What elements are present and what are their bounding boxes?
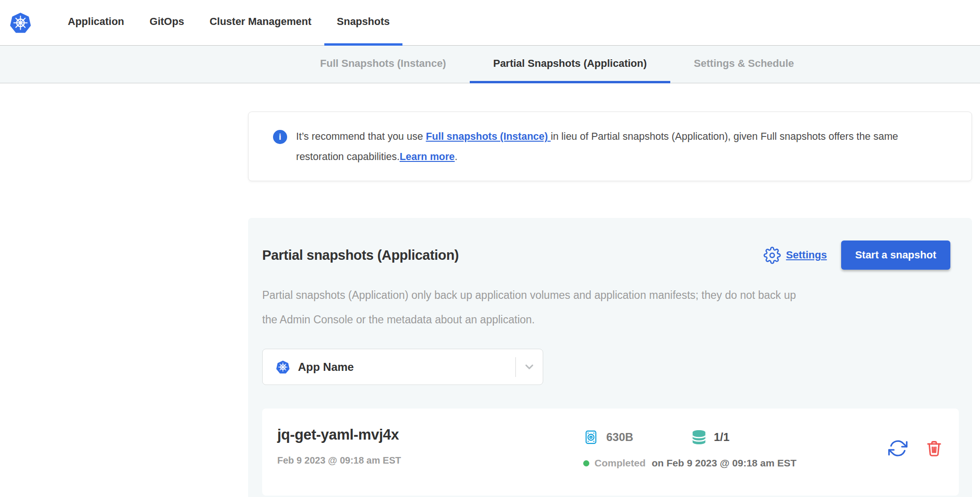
start-snapshot-button[interactable]: Start a snapshot <box>841 240 950 270</box>
restore-icon[interactable] <box>888 439 908 458</box>
admin-console-page: Application GitOps Cluster Management Sn… <box>0 0 980 497</box>
panel-description-line2: the Admin Console or the metadata about … <box>262 307 959 332</box>
chevron-down-icon[interactable] <box>516 349 543 385</box>
app-name-value: App Name <box>298 361 515 374</box>
disk-size-icon <box>583 428 600 447</box>
app-kubernetes-icon <box>276 360 290 374</box>
snapshot-finished-timestamp: on Feb 9 2023 @ 09:18 am EST <box>652 457 797 469</box>
gear-icon[interactable] <box>763 247 781 264</box>
learn-more-link[interactable]: Learn more <box>400 151 455 162</box>
full-snapshots-instance-link[interactable]: Full snapshots (Instance) <box>426 131 551 142</box>
nav-tab-cluster-management[interactable]: Cluster Management <box>197 0 324 46</box>
top-nav: Application GitOps Cluster Management Sn… <box>0 0 980 46</box>
panel-actions: Settings Start a snapshot <box>763 240 950 270</box>
snapshot-size-value: 630B <box>606 431 633 444</box>
snapshot-actions <box>888 426 943 458</box>
panel-description-line1: Partial snapshots (Application) only bac… <box>262 283 959 307</box>
main-content: i It’s recommend that you use Full snaps… <box>0 83 980 497</box>
tab-full-snapshots[interactable]: Full Snapshots (Instance) <box>297 46 470 83</box>
snapshot-info: jq-get-yaml-mvj4x Feb 9 2023 @ 09:18 am … <box>277 426 583 466</box>
snapshot-volumes-metric: 1/1 <box>691 428 729 447</box>
panel-description: Partial snapshots (Application) only bac… <box>262 283 959 332</box>
nav-tab-gitops[interactable]: GitOps <box>137 0 197 46</box>
volumes-database-icon <box>691 428 707 447</box>
tab-settings-schedule[interactable]: Settings & Schedule <box>670 46 818 83</box>
snapshots-subnav: Full Snapshots (Instance) Partial Snapsh… <box>0 46 980 83</box>
snapshot-started-timestamp: Feb 9 2023 @ 09:18 am EST <box>277 455 583 466</box>
banner-text-part1: It’s recommend that you use <box>296 131 426 142</box>
status-dot <box>583 460 589 466</box>
tab-partial-snapshots[interactable]: Partial Snapshots (Application) <box>470 46 670 83</box>
banner-text-part3: . <box>455 151 458 162</box>
settings-link[interactable]: Settings <box>786 249 827 261</box>
panel-header: Partial snapshots (Application) Settings… <box>262 240 950 270</box>
snapshot-metrics: 630B 1/1 <box>583 426 888 469</box>
delete-icon[interactable] <box>925 440 943 457</box>
snapshot-status: Completed on Feb 9 2023 @ 09:18 am EST <box>583 457 888 469</box>
snapshot-size-metric: 630B <box>583 428 633 447</box>
info-banner: i It’s recommend that you use Full snaps… <box>248 112 972 181</box>
info-icon: i <box>273 130 287 144</box>
snapshot-volumes-value: 1/1 <box>714 431 729 444</box>
kubernetes-logo-icon <box>9 12 32 34</box>
partial-snapshots-panel: Partial snapshots (Application) Settings… <box>248 218 972 497</box>
banner-text: It’s recommend that you use Full snapsho… <box>296 127 943 167</box>
panel-title: Partial snapshots (Application) <box>262 248 459 263</box>
status-label: Completed <box>594 457 646 469</box>
nav-tab-application[interactable]: Application <box>55 0 137 46</box>
app-name-dropdown[interactable]: App Name <box>262 349 543 385</box>
snapshot-name: jq-get-yaml-mvj4x <box>277 426 583 443</box>
nav-tab-snapshots[interactable]: Snapshots <box>324 0 402 46</box>
snapshot-row: jq-get-yaml-mvj4x Feb 9 2023 @ 09:18 am … <box>262 409 959 496</box>
top-nav-tabs: Application GitOps Cluster Management Sn… <box>55 0 402 45</box>
